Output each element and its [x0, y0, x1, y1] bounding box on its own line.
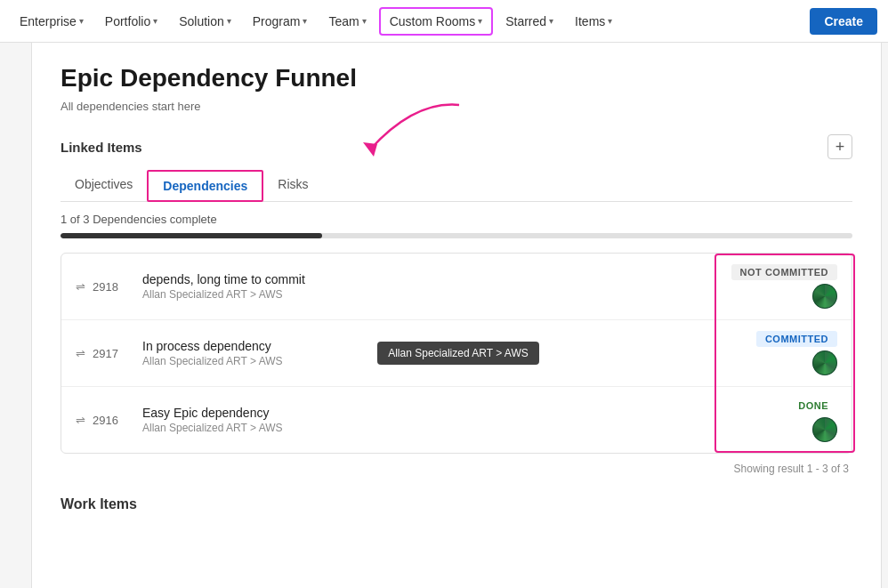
chevron-down-icon: ▾ [608, 16, 612, 26]
tabs: Objectives Dependencies Risks [61, 170, 852, 202]
avatar-globe-icon [812, 417, 837, 442]
dep-status-area-2917: COMMITTED [713, 331, 837, 375]
nav-label-portfolio: Portfolio [105, 14, 150, 28]
status-badge-done[interactable]: DONE [789, 398, 837, 414]
dep-id-2917: 2917 [93, 347, 128, 360]
dependency-icon: ⇌ [76, 280, 85, 294]
page-title: Epic Dependency Funnel [61, 64, 852, 93]
progress-bar-fill [61, 233, 322, 238]
dependency-icon: ⇌ [76, 414, 85, 427]
nav-item-program[interactable]: Program ▾ [244, 9, 317, 34]
dep-info-2918: depends, long time to commit Allan Speci… [142, 272, 713, 301]
nav-label-custom-rooms: Custom Rooms [390, 14, 475, 28]
nav-label-enterprise: Enterprise [20, 14, 77, 28]
content-area: Epic Dependency Funnel All dependencies … [32, 43, 881, 588]
progress-text: 1 of 3 Dependencies complete [61, 213, 852, 226]
chevron-down-icon: ▾ [153, 16, 157, 26]
dep-id-2918: 2918 [93, 280, 128, 294]
chevron-down-icon: ▾ [549, 16, 553, 26]
tab-dependencies[interactable]: Dependencies [147, 170, 263, 202]
linked-items-title: Linked Items [61, 140, 142, 155]
sidebar-left [0, 43, 32, 588]
chevron-down-icon: ▾ [79, 16, 84, 26]
dep-status-area-2916: DONE [713, 398, 837, 442]
status-badge-not-committed[interactable]: NOT COMMITTED [731, 264, 837, 280]
linked-items-header: Linked Items + [61, 134, 852, 159]
sidebar-right [881, 43, 888, 588]
add-linked-item-button[interactable]: + [827, 134, 852, 159]
main-area: Epic Dependency Funnel All dependencies … [0, 43, 888, 588]
nav-label-solution: Solution [179, 14, 224, 28]
dep-subtitle-2916: Allan Specialized ART > AWS [142, 422, 713, 434]
table-row: ⇌ 2918 depends, long time to commit Alla… [61, 254, 852, 320]
navbar: Enterprise ▾ Portfolio ▾ Solution ▾ Prog… [0, 0, 888, 43]
chevron-down-icon: ▾ [227, 16, 231, 26]
nav-item-starred[interactable]: Starred ▾ [496, 9, 562, 34]
nav-item-solution[interactable]: Solution ▾ [170, 9, 240, 34]
tab-objectives[interactable]: Objectives [61, 170, 147, 202]
nav-item-enterprise[interactable]: Enterprise ▾ [11, 9, 93, 34]
chevron-down-icon: ▾ [303, 16, 307, 26]
progress-bar [61, 233, 852, 238]
avatar-2917 [812, 350, 837, 375]
nav-item-items[interactable]: Items ▾ [566, 9, 621, 34]
avatar-globe-icon [812, 284, 837, 309]
dep-info-2916: Easy Epic dependency Allan Specialized A… [142, 406, 713, 434]
avatar-2916 [812, 417, 837, 442]
table-row: ⇌ 2917 In process dependency Allan Speci… [61, 320, 852, 387]
nav-item-custom-rooms[interactable]: Custom Rooms ▾ [379, 7, 493, 36]
nav-item-portfolio[interactable]: Portfolio ▾ [96, 9, 166, 34]
nav-label-team: Team [328, 14, 359, 28]
avatar-globe-icon [812, 350, 837, 375]
nav-item-team[interactable]: Team ▾ [319, 9, 375, 34]
work-items-hint: Work Items [61, 496, 852, 512]
dep-id-2916: 2916 [93, 414, 128, 427]
dependencies-list: ⇌ 2918 depends, long time to commit Alla… [61, 253, 852, 454]
dependency-icon: ⇌ [76, 347, 85, 360]
nav-label-starred: Starred [505, 14, 546, 28]
dep-subtitle-2918: Allan Specialized ART > AWS [142, 288, 713, 301]
subtitle: All dependencies start here [61, 100, 852, 113]
table-row: ⇌ 2916 Easy Epic dependency Allan Specia… [61, 387, 852, 453]
create-button[interactable]: Create [810, 8, 877, 35]
avatar-2918 [812, 284, 837, 309]
result-text: Showing result 1 - 3 of 3 [61, 463, 852, 475]
tooltip: Allan Specialized ART > AWS [377, 342, 539, 365]
dep-status-area-2918: NOT COMMITTED [713, 264, 837, 309]
dep-title-2918: depends, long time to commit [142, 272, 713, 286]
status-badge-committed[interactable]: COMMITTED [756, 331, 837, 347]
dep-title-2916: Easy Epic dependency [142, 406, 713, 420]
chevron-down-icon: ▾ [362, 16, 367, 26]
nav-label-items: Items [575, 14, 605, 28]
chevron-down-icon: ▾ [478, 16, 482, 26]
nav-label-program: Program [253, 14, 301, 28]
tab-risks[interactable]: Risks [263, 170, 322, 202]
